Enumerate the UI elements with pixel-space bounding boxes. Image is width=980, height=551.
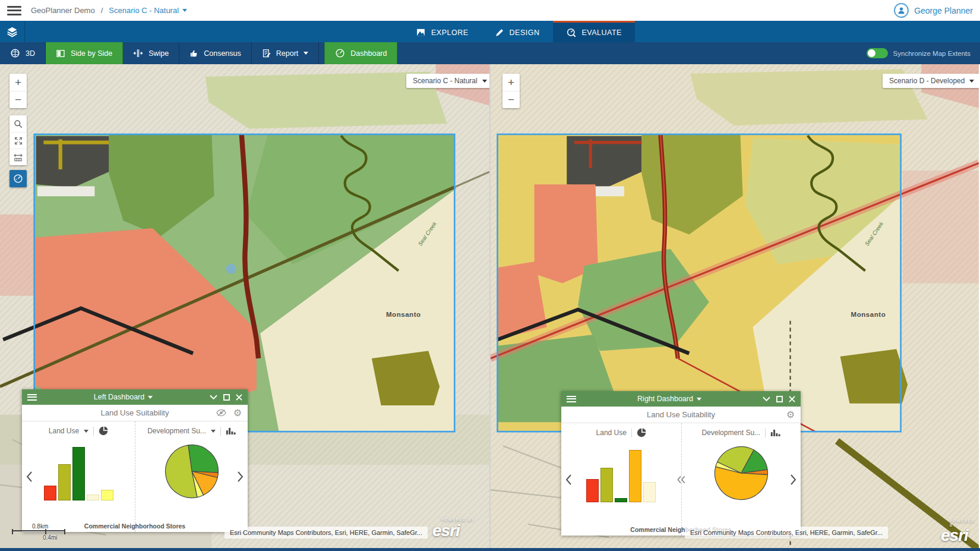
gear-icon[interactable]: ⚙ [233, 408, 242, 418]
right-zoom-control: + − [502, 74, 520, 108]
scenario-menu-label: Scenario C - Natural [109, 6, 179, 15]
carousel-prev-button[interactable] [565, 474, 571, 485]
esri-logo[interactable]: POWERED BY esri [432, 518, 475, 539]
column-chart-icon[interactable] [770, 429, 780, 437]
zoom-in-button[interactable]: + [10, 74, 27, 91]
development-suitability-pie-chart[interactable] [714, 446, 769, 500]
carousel-next-button[interactable] [791, 474, 796, 485]
widget-label[interactable]: Development Su... [147, 427, 206, 435]
right-map-attribution: Esri Community Maps Contributors, Esri, … [685, 527, 888, 539]
chevron-down-icon [969, 80, 974, 83]
close-icon[interactable] [789, 396, 795, 402]
close-icon[interactable] [236, 394, 242, 401]
carousel-prev-button[interactable] [26, 471, 32, 482]
right-scenario-dropdown[interactable]: Scenario D - Developed [883, 74, 979, 88]
dashboard-menu-icon[interactable] [27, 394, 37, 401]
sync-extents-toggle[interactable] [867, 48, 888, 58]
bar-cream [87, 495, 99, 500]
scenario-menu[interactable]: Scenario C - Natural [109, 6, 187, 15]
chevron-down-icon [148, 396, 153, 399]
pie-chart-icon[interactable] [637, 428, 646, 437]
land-use-bar-chart[interactable] [561, 448, 681, 502]
bar-yellow [101, 490, 113, 500]
expand-arrows-icon [14, 136, 23, 146]
swipe-button[interactable]: Swipe [123, 42, 179, 64]
right-bar-widget: Land Use [561, 423, 681, 536]
right-dashboard-title[interactable]: Right Dashboard [576, 395, 763, 403]
nav-bar: EXPLORE DESIGN EVALUATE [0, 21, 980, 42]
pie-chart-icon[interactable] [99, 426, 108, 436]
search-icon [13, 119, 23, 129]
collapse-icon[interactable] [210, 395, 217, 400]
tab-design-label: DESIGN [510, 29, 540, 37]
maximize-icon[interactable] [223, 394, 230, 401]
left-dashboard-subtitle: Land Use Suitability [101, 408, 169, 417]
visibility-off-icon[interactable] [216, 409, 226, 417]
left-map-tools [10, 115, 27, 165]
widget-label[interactable]: Development Su... [701, 429, 760, 437]
tab-explore-label: EXPLORE [431, 29, 469, 37]
right-dashboard-body: Land Use Development Su... [561, 423, 801, 536]
esri-logo[interactable]: POWERED BY esri [941, 519, 979, 544]
layers-button[interactable] [0, 21, 25, 42]
column-chart-icon[interactable] [226, 427, 236, 435]
report-button[interactable]: Report [252, 42, 320, 64]
left-dashboard-title[interactable]: Left Dashboard [37, 393, 210, 401]
zoom-out-button[interactable]: − [502, 91, 520, 108]
zoom-in-button[interactable]: + [502, 74, 520, 91]
left-map-pane: Monsanto Seal Creek + − [0, 64, 491, 548]
consensus-hand-icon [189, 49, 198, 58]
3d-button[interactable]: 3D [0, 42, 46, 64]
search-button[interactable] [10, 115, 27, 132]
main-menu-icon[interactable] [7, 6, 21, 15]
dashboard-menu-icon[interactable] [567, 396, 576, 402]
sync-extents-label: Synchronize Map Extents [893, 50, 970, 57]
zoom-out-button[interactable]: − [10, 91, 27, 108]
bar-cream [643, 482, 656, 502]
evaluate-gauge-icon [566, 27, 577, 38]
land-use-bar-chart[interactable] [22, 446, 135, 500]
gear-icon[interactable]: ⚙ [786, 410, 795, 420]
report-label: Report [276, 49, 299, 58]
right-pie-widget: Development Su... [681, 423, 801, 536]
right-map-pane: Monsanto Seal Creek + − Scenario D - Dev… [491, 64, 979, 548]
extent-button[interactable] [10, 132, 27, 149]
collapse-widget-button[interactable] [676, 476, 685, 484]
bar-red [586, 479, 599, 502]
chevron-down-icon[interactable] [84, 430, 88, 433]
carousel-next-button[interactable] [238, 471, 244, 482]
bar-darkgreen [72, 447, 85, 500]
right-dashboard-subtitle: Land Use Suitability [647, 410, 715, 419]
left-bar-widget: Land Use [22, 421, 135, 532]
development-suitability-pie-chart[interactable] [165, 444, 219, 499]
left-scenario-dropdown[interactable]: Scenario C - Natural [406, 74, 491, 88]
user-menu[interactable]: George Planner [894, 3, 973, 18]
measure-icon [13, 153, 23, 162]
top-bar: GeoPlanner Demo / Scenario C - Natural G… [0, 0, 980, 21]
consensus-button[interactable]: Consensus [179, 42, 252, 64]
dashboard-button[interactable]: Dashboard [324, 42, 397, 64]
layers-icon [6, 26, 18, 38]
swipe-icon [133, 48, 143, 58]
tab-explore[interactable]: EXPLORE [403, 21, 482, 42]
widget-label[interactable]: Land Use [49, 427, 79, 435]
maximize-icon[interactable] [776, 396, 783, 402]
tab-evaluate[interactable]: EVALUATE [553, 21, 635, 42]
collapse-icon[interactable] [763, 396, 770, 402]
left-pie-widget: Development Su... [135, 421, 248, 532]
widget-label[interactable]: Land Use [596, 429, 627, 437]
scale-mi-label: 0.4mi [43, 534, 65, 541]
left-zoom-control: + − [10, 74, 27, 108]
chevron-down-icon[interactable] [211, 430, 216, 433]
bar-amber [629, 450, 641, 502]
dashboard-label: Dashboard [350, 49, 387, 58]
person-icon [897, 6, 906, 15]
app-title: GeoPlanner Demo [31, 6, 95, 15]
bar-red [44, 486, 56, 500]
side-by-side-icon [56, 49, 65, 58]
side-by-side-button[interactable]: Side by Side [46, 42, 123, 64]
dashboard-tool-button[interactable] [10, 170, 27, 187]
bar-darkgreen [615, 498, 627, 502]
measure-button[interactable] [10, 149, 27, 165]
tab-design[interactable]: DESIGN [482, 21, 553, 42]
